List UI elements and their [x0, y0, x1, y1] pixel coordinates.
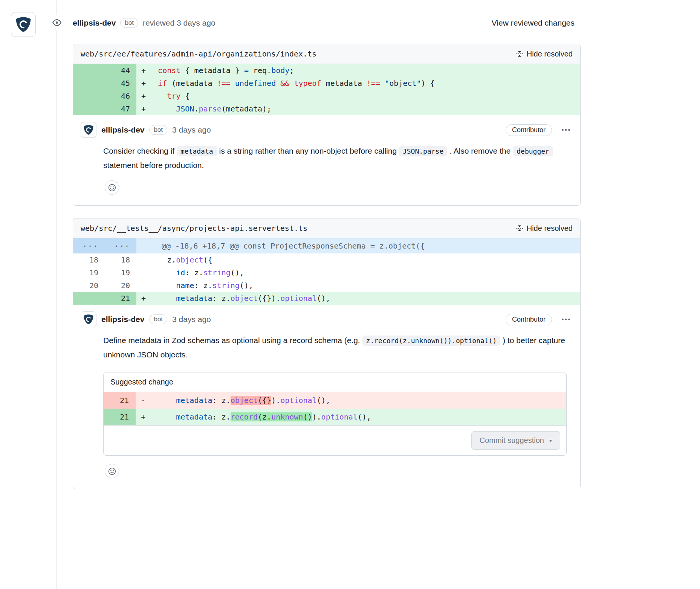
- line-number-old[interactable]: [73, 90, 105, 102]
- diff-table: ······@@ -18,6 +18,7 @@ const ProjectRes…: [73, 238, 580, 305]
- code-token: !==: [217, 79, 231, 88]
- bot-badge: bot: [149, 125, 167, 135]
- contributor-badge: Contributor: [506, 314, 552, 325]
- code-token: name: [176, 281, 194, 290]
- line-number-new[interactable]: 47: [105, 102, 136, 115]
- code-token: metadata: [321, 79, 367, 88]
- fold-icon: [516, 50, 523, 58]
- diff-row: 1919 id: z.string(),: [73, 266, 580, 279]
- code-line: try {: [149, 90, 580, 102]
- code-line: name: z.string(),: [149, 279, 580, 292]
- file-header: web/src/ee/features/admin-api/organizati…: [73, 44, 580, 64]
- line-number-old[interactable]: 18: [73, 253, 105, 266]
- code-line: JSON.parse(metadata);: [149, 102, 580, 115]
- code-token: : z.: [212, 412, 231, 421]
- reviewer-avatar[interactable]: [11, 12, 36, 37]
- eye-icon: [49, 15, 65, 31]
- diff-sign: [136, 266, 149, 279]
- diff-row: 1818 z.object({: [73, 253, 580, 266]
- review-thread-card-2: web/src/__tests__/async/projects-api.ser…: [73, 218, 581, 489]
- line-number-new[interactable]: 44: [105, 64, 136, 77]
- comment-header: ellipsis-dev bot 3 days ago Contributor: [81, 311, 573, 327]
- code-token: [149, 268, 176, 277]
- code-line: metadata: z.record(z.unknown()).optional…: [149, 409, 566, 425]
- line-number-old[interactable]: [73, 292, 105, 305]
- diff-row: 44+ const { metadata } = req.body;: [73, 64, 580, 77]
- view-reviewed-changes-link[interactable]: View reviewed changes: [492, 18, 575, 27]
- review-header: ellipsis-dev bot reviewed 3 days ago Vie…: [73, 16, 581, 30]
- commit-suggestion-button[interactable]: Commit suggestion ▾: [471, 431, 560, 450]
- line-number-new[interactable]: 46: [105, 90, 136, 102]
- code-token: object: [176, 255, 203, 264]
- code-token: unknown: [271, 412, 303, 421]
- code-line: metadata: z.object({}).optional(),: [149, 292, 580, 305]
- diff-sign: [136, 279, 149, 292]
- code-line: if (metadata !== undefined && typeof met…: [149, 77, 580, 90]
- diff-sign: +: [136, 102, 149, 115]
- suggested-change-title: Suggested change: [104, 372, 566, 392]
- line-number: 21: [104, 409, 136, 425]
- code-token: { metadata }: [180, 66, 244, 75]
- file-path-link[interactable]: web/src/__tests__/async/projects-api.ser…: [81, 224, 307, 233]
- comment-author[interactable]: ellipsis-dev: [101, 315, 144, 324]
- review-comment: ellipsis-dev bot 3 days ago Contributor …: [73, 305, 580, 489]
- line-number-new[interactable]: 20: [105, 279, 136, 292]
- fold-icon: [516, 224, 523, 232]
- line-number-old[interactable]: 20: [73, 279, 105, 292]
- contributor-badge: Contributor: [506, 124, 552, 136]
- code-token: object: [231, 294, 258, 303]
- code-token: id: [176, 268, 185, 277]
- bot-badge: bot: [120, 18, 138, 28]
- reviewer-name[interactable]: ellipsis-dev: [73, 18, 116, 27]
- line-number-new[interactable]: 18: [105, 253, 136, 266]
- line-number-old[interactable]: [73, 64, 105, 77]
- diff-sign: +: [136, 409, 149, 425]
- add-reaction-button[interactable]: [105, 464, 119, 478]
- code-token: typeof: [294, 79, 321, 88]
- line-number-new[interactable]: 19: [105, 266, 136, 279]
- comment-avatar[interactable]: [81, 311, 96, 327]
- kebab-menu-button[interactable]: [559, 124, 573, 136]
- line-number-old[interactable]: [73, 102, 105, 115]
- comment-avatar[interactable]: [81, 122, 96, 138]
- code-token: body: [271, 66, 289, 75]
- file-header: web/src/__tests__/async/projects-api.ser…: [73, 218, 580, 238]
- code-token: (metadata);: [222, 104, 271, 113]
- code-token: ).: [271, 396, 280, 405]
- comment-body: Consider checking if metadata is a strin…: [103, 144, 573, 172]
- code-token: [276, 79, 280, 88]
- diff-sign: [136, 238, 149, 253]
- line-number-new[interactable]: 45: [105, 77, 136, 90]
- code-token: ;: [289, 66, 294, 75]
- line-number-new[interactable]: ···: [105, 238, 136, 253]
- hide-resolved-button[interactable]: Hide resolved: [516, 224, 573, 233]
- line-number-new[interactable]: 21: [105, 292, 136, 305]
- code-token: [149, 79, 158, 88]
- suggestion-footer: Commit suggestion ▾: [104, 425, 566, 455]
- code-token: metadata: [176, 396, 212, 405]
- file-path-link[interactable]: web/src/ee/features/admin-api/organizati…: [81, 49, 316, 58]
- code-token: =: [244, 66, 249, 75]
- line-number-old[interactable]: [73, 77, 105, 90]
- code-token: ).: [312, 412, 321, 421]
- code-line: id: z.string(),: [149, 266, 580, 279]
- line-number-old[interactable]: ···: [73, 238, 105, 253]
- add-reaction-button[interactable]: [105, 180, 119, 195]
- review-meta: reviewed 3 days ago: [143, 18, 216, 27]
- code-token: ) {: [421, 79, 435, 88]
- comment-timestamp[interactable]: 3 days ago: [172, 125, 211, 134]
- inline-code: JSON.parse: [399, 146, 447, 156]
- line-number-old[interactable]: 19: [73, 266, 105, 279]
- code-token: string: [203, 268, 231, 277]
- code-token: [149, 66, 158, 75]
- code-line: @@ -18,6 +18,7 @@ const ProjectResponseS…: [149, 238, 580, 253]
- hide-resolved-button[interactable]: Hide resolved: [516, 50, 573, 58]
- comment-timestamp[interactable]: 3 days ago: [172, 315, 211, 324]
- hide-resolved-label: Hide resolved: [527, 50, 573, 58]
- kebab-menu-button[interactable]: [559, 313, 573, 325]
- code-token: : z.: [185, 268, 203, 277]
- inline-code: debugger: [513, 146, 553, 156]
- comment-author[interactable]: ellipsis-dev: [101, 125, 144, 134]
- code-token: (),: [231, 268, 244, 277]
- smiley-icon: [108, 467, 116, 475]
